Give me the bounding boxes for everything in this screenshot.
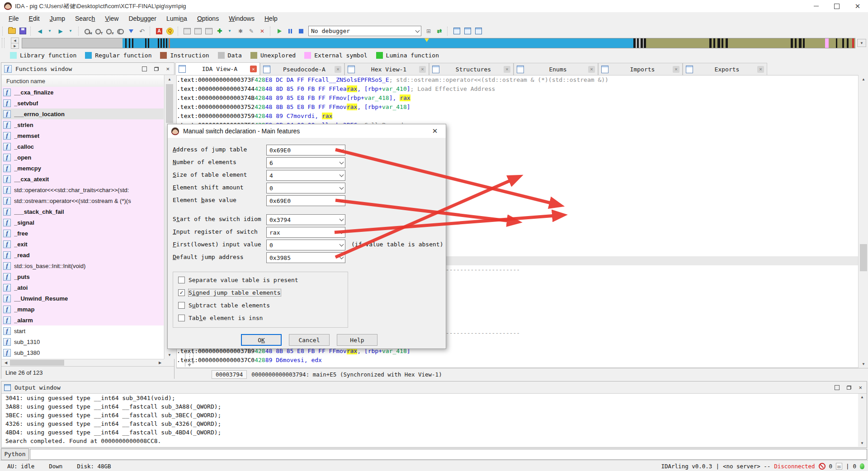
tab-ida-view-a[interactable]: IDA View-A× — [175, 62, 260, 75]
functions-vscroll-thumb[interactable] — [166, 84, 173, 123]
function-list-item[interactable]: f_calloc — [2, 141, 164, 152]
function-list-item[interactable]: f_exit — [2, 239, 164, 250]
ok-button[interactable]: OK — [241, 334, 282, 346]
output-maximize-icon[interactable] — [835, 385, 840, 390]
dialog-combo-number-of-elements[interactable]: 6 — [266, 157, 345, 168]
attach-process-icon[interactable]: ⊞ — [423, 26, 434, 36]
navigate-forward-icon[interactable]: ▶ — [55, 26, 66, 36]
menu-windows[interactable]: Windows — [224, 15, 259, 22]
function-list-item[interactable]: f___stack_chk_fail — [2, 206, 164, 217]
cancel-button[interactable]: Cancel — [289, 334, 330, 346]
checkbox-box-icon[interactable] — [178, 302, 185, 309]
tab-close-icon[interactable]: × — [335, 66, 341, 73]
close-button[interactable]: ✕ — [847, 0, 868, 12]
tab-close-icon[interactable]: × — [673, 66, 679, 73]
combo-dropdown-icon[interactable] — [338, 227, 345, 237]
combo-dropdown-icon[interactable] — [338, 240, 345, 250]
debug-stop-icon[interactable] — [296, 26, 307, 36]
functions-window-titlebar[interactable]: f Functions window × — [1, 63, 174, 75]
checkbox-separate-value-table-is-present[interactable]: Separate value table is present — [178, 276, 298, 284]
function-list-item[interactable]: fsub_1310 — [2, 336, 164, 347]
disasm-scroll-down-icon[interactable]: ▼ — [860, 361, 867, 367]
tab-close-icon[interactable]: × — [504, 66, 510, 73]
dialog-combo-start-of-the-switch-idiom[interactable]: 0x3794 — [266, 214, 345, 225]
output-window-titlebar[interactable]: Output window × — [1, 382, 867, 394]
back-dropdown-icon[interactable]: ▼ — [44, 26, 55, 36]
disasm-line[interactable]: .text:000000000000373F428E8 DC DA FF FFc… — [177, 75, 858, 85]
breakpoint-list-icon[interactable] — [451, 26, 462, 36]
functions-float-icon[interactable] — [154, 67, 159, 71]
delete-function-icon[interactable]: ✕ — [257, 26, 268, 36]
search-text-icon[interactable]: T — [93, 26, 104, 36]
tab-pseudocode-a[interactable]: Pseudocode-A× — [260, 63, 344, 75]
search-names-icon[interactable]: H — [82, 26, 93, 36]
menu-search[interactable]: Search — [70, 15, 100, 22]
jump-down-icon[interactable] — [126, 26, 137, 36]
output-scroll-up-icon[interactable]: ▲ — [859, 394, 866, 400]
open-file-icon[interactable] — [6, 26, 17, 36]
make-code-icon[interactable] — [182, 26, 193, 36]
function-list-item[interactable]: f__cxa_atexit — [2, 174, 164, 184]
question-icon[interactable]: Q — [165, 26, 175, 36]
search-binary-icon[interactable] — [115, 26, 126, 36]
band-drag-handle[interactable] — [2, 38, 5, 48]
function-list-item[interactable]: f_memcpy — [2, 163, 164, 174]
functions-close-icon[interactable]: × — [166, 67, 170, 71]
tab-hex-view-1[interactable]: Hex View-1× — [344, 63, 429, 75]
edit-function-icon[interactable]: ✱ — [235, 26, 246, 36]
tab-close-icon[interactable]: × — [419, 66, 426, 73]
function-list-item[interactable]: f_memset — [2, 130, 164, 141]
disasm-vscroll-thumb[interactable] — [860, 244, 867, 271]
rename-icon[interactable]: ✎ — [246, 26, 257, 36]
make-ascii-icon[interactable] — [203, 26, 214, 36]
tab-close-icon[interactable]: × — [250, 66, 257, 72]
checkbox-subtract-table-elements[interactable]: Subtract table elements — [178, 301, 270, 309]
functions-scroll-right-icon[interactable]: ▶ — [157, 360, 163, 366]
refresh-icon[interactable]: ⇄ — [434, 26, 445, 36]
dialog-combo-element-shift-amount[interactable]: 0 — [266, 183, 345, 193]
function-list-item[interactable]: f_open — [2, 152, 164, 163]
menu-jump[interactable]: Jump — [45, 15, 70, 22]
menu-options[interactable]: Options — [192, 15, 224, 22]
checkbox-box-icon[interactable]: ✓ — [178, 289, 185, 296]
debug-pause-icon[interactable] — [285, 26, 296, 36]
tab-enums[interactable]: Enums× — [514, 63, 598, 75]
combo-dropdown-icon[interactable] — [338, 158, 345, 168]
dialog-combo-element-base-value[interactable]: 0x69E0 — [266, 195, 345, 206]
python-interpreter-button[interactable]: Python — [1, 448, 29, 460]
output-float-icon[interactable] — [847, 386, 851, 390]
maximize-button[interactable] — [826, 0, 847, 12]
functions-hscroll-thumb[interactable] — [10, 360, 64, 366]
function-list-item[interactable]: f_alarm — [2, 315, 164, 325]
function-list-item[interactable]: f_setvbuf — [2, 98, 164, 108]
debugger-dropdown-icon[interactable] — [414, 26, 421, 36]
combo-dropdown-icon[interactable] — [338, 170, 345, 180]
output-log[interactable]: 3041: using guessed type __int64 sub_304… — [2, 394, 859, 447]
navigate-back-icon[interactable]: ◀ — [34, 26, 45, 36]
function-list-item[interactable]: f_signal — [2, 217, 164, 228]
combo-dropdown-icon[interactable] — [338, 183, 345, 193]
functions-scroll-left-icon[interactable]: ◀ — [3, 360, 9, 366]
disasm-vscrollbar[interactable]: ▲ ▼ — [858, 75, 868, 368]
disasm-scroll-up-icon[interactable]: ▲ — [860, 76, 867, 82]
dialog-combo-size-of-table-element[interactable]: 4 — [266, 170, 345, 181]
trace-window-icon[interactable] — [473, 26, 484, 36]
checkbox-box-icon[interactable] — [178, 315, 185, 321]
disasm-line[interactable]: .text:000000000000375942848 89 C7movrdi,… — [177, 112, 858, 121]
tab-close-icon[interactable]: × — [757, 66, 764, 73]
function-list-item[interactable]: f_strlen — [2, 119, 164, 130]
tab-structures[interactable]: Structures× — [429, 63, 514, 75]
function-list-item[interactable]: fstd::operator<<<std::char_traits<char>>… — [2, 184, 164, 195]
function-list-item[interactable]: f__Unwind_Resume — [2, 293, 164, 304]
debugger-select[interactable]: No debugger — [308, 26, 421, 36]
function-list-item[interactable]: f_puts — [2, 271, 164, 282]
tab-close-icon[interactable]: × — [588, 66, 595, 73]
menu-help[interactable]: Help — [259, 15, 283, 22]
menu-file[interactable]: File — [4, 15, 24, 22]
functions-scroll-down-icon[interactable]: ▼ — [166, 352, 173, 358]
tab-exports[interactable]: Exports× — [683, 63, 767, 75]
combo-dropdown-icon[interactable] — [338, 196, 345, 206]
output-scroll-down-icon[interactable]: ▼ — [859, 440, 866, 446]
function-dropdown-icon[interactable]: ▼ — [224, 26, 235, 36]
python-command-input[interactable] — [30, 449, 867, 460]
